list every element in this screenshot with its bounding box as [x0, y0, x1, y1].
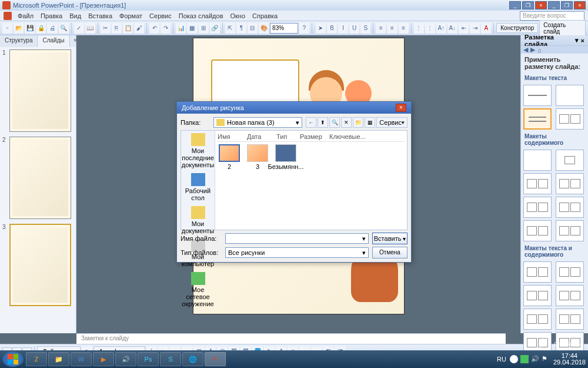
insert-button[interactable]: Вставить ▾ [372, 233, 407, 244]
place-desktop[interactable]: Рабочий стол [181, 173, 215, 201]
nav-back-icon[interactable]: ◀ [523, 46, 528, 54]
task-pane-close-icon[interactable]: × [581, 37, 584, 44]
permission-icon[interactable]: 🔒 [36, 23, 46, 34]
layout-item[interactable] [523, 285, 552, 306]
task-pane-dropdown-icon[interactable]: ▾ [575, 37, 579, 44]
taskbar-browser[interactable]: 🌐 [182, 352, 203, 366]
search-web-icon[interactable]: 🔍 [329, 117, 340, 128]
increase-font-icon[interactable]: A↑ [436, 23, 446, 34]
layout-item[interactable] [556, 285, 584, 306]
numbering-icon[interactable]: ⋮ [414, 23, 424, 34]
arrow-icon[interactable]: ➤ [316, 23, 326, 34]
menu-help[interactable]: Справка [249, 11, 281, 21]
taskbar-skype[interactable]: S [160, 352, 181, 366]
new-folder-icon[interactable]: 📁 [353, 117, 363, 128]
decrease-font-icon[interactable]: A↓ [447, 23, 457, 34]
menu-edit[interactable]: Правка [37, 11, 66, 21]
filetype-combo[interactable]: Все рисунки▾ [225, 247, 369, 258]
format-painter-icon[interactable]: 🖌 [134, 23, 144, 34]
open-icon[interactable]: 📂 [14, 23, 24, 34]
layout-item[interactable] [556, 85, 584, 106]
place-network[interactable]: Мое сетевое окружение [181, 272, 215, 307]
research-icon[interactable]: 📖 [85, 23, 95, 34]
show-formatting-icon[interactable]: ¶ [236, 23, 246, 34]
doc-minimize-button[interactable]: _ [548, 1, 560, 9]
col-type[interactable]: Тип [276, 133, 300, 140]
col-date[interactable]: Дата [247, 133, 276, 140]
align-center-icon[interactable]: ≡ [387, 23, 397, 34]
tray-icon[interactable] [510, 355, 518, 363]
taskbar-word[interactable]: W [71, 352, 92, 366]
thumbnails-list[interactable]: 1 2 3 [0, 47, 76, 333]
lang-indicator[interactable]: RU [497, 356, 506, 363]
menu-tools[interactable]: Сервис [146, 11, 175, 21]
help-question-input[interactable]: Введите вопрос [520, 11, 584, 21]
font-bold-icon[interactable]: B [327, 23, 337, 34]
layout-item[interactable] [556, 150, 584, 171]
tools-menu[interactable]: Сервис ▾ [376, 117, 407, 128]
col-keywords[interactable]: Ключевые... [329, 133, 366, 140]
tray-network-icon[interactable] [520, 355, 529, 363]
doc-close-button[interactable]: × [574, 1, 586, 9]
layout-item[interactable] [556, 220, 584, 241]
shadow-icon[interactable]: S [360, 23, 370, 34]
cancel-button[interactable]: Отмена [372, 247, 407, 258]
expand-icon[interactable]: ⇱ [225, 23, 235, 34]
layout-item[interactable] [523, 220, 552, 241]
paste-icon[interactable]: 📋 [123, 23, 133, 34]
color-icon[interactable]: 🎨 [259, 23, 269, 34]
bullets-icon[interactable]: ⋮ [425, 23, 435, 34]
delete-icon[interactable]: ✕ [341, 117, 352, 128]
place-documents[interactable]: Мои документы [181, 206, 215, 234]
font-italic-icon[interactable]: I [338, 23, 348, 34]
slide-thumbnail[interactable] [9, 49, 71, 132]
taskbar-photoshop[interactable]: Ps [138, 352, 159, 366]
tray-flag-icon[interactable]: ⚑ [542, 355, 550, 363]
filename-input[interactable]: ▾ [225, 233, 369, 244]
back-icon[interactable]: ← [306, 117, 316, 128]
layout-item[interactable] [523, 150, 552, 171]
layout-item[interactable] [556, 173, 584, 194]
menu-window[interactable]: Окно [227, 11, 249, 21]
layout-item[interactable] [523, 261, 552, 283]
menu-file[interactable]: Файл [14, 11, 37, 21]
layout-item[interactable] [556, 197, 584, 218]
notes-pane[interactable]: Заметки к слайду [76, 333, 506, 344]
file-list-area[interactable]: Имя Дата Тип Размер Ключевые... 2 3 Безы… [215, 131, 407, 230]
print-icon[interactable]: 🖨 [47, 23, 57, 34]
file-item[interactable]: 3 [246, 144, 269, 170]
taskbar-app[interactable]: Z [26, 352, 47, 366]
clock-date[interactable]: 29.04.2018 [553, 359, 586, 366]
menu-format[interactable]: Формат [116, 11, 146, 21]
cut-icon[interactable]: ✂ [101, 23, 111, 34]
file-item-selected[interactable]: 2 [218, 144, 241, 170]
nav-home-icon[interactable]: ⌂ [537, 47, 542, 54]
redo-icon[interactable]: ↷ [161, 23, 171, 34]
slide-thumbnail-selected[interactable] [9, 224, 71, 306]
copy-icon[interactable]: ⎘ [112, 23, 122, 34]
col-size[interactable]: Размер [300, 133, 329, 140]
minimize-button[interactable]: _ [509, 1, 521, 9]
layout-item[interactable] [556, 309, 584, 330]
help-icon[interactable]: ? [299, 23, 309, 34]
new-icon[interactable]: ▫ [2, 23, 12, 34]
chart-icon[interactable]: 📊 [176, 23, 186, 34]
menu-slideshow[interactable]: Показ слайдов [175, 11, 227, 21]
taskbar-sound[interactable]: 🔊 [115, 352, 136, 366]
taskbar-media[interactable]: ▶ [93, 352, 114, 366]
tables-borders-icon[interactable]: ⊞ [199, 23, 209, 34]
dialog-title-bar[interactable]: Добавление рисунка × [177, 102, 411, 114]
font-color-icon[interactable]: A [481, 23, 491, 34]
menu-view[interactable]: Вид [66, 11, 85, 21]
undo-icon[interactable]: ↶ [149, 23, 159, 34]
spelling-icon[interactable]: ✓ [74, 23, 84, 34]
font-underline-icon[interactable]: U [349, 23, 359, 34]
layout-item[interactable] [523, 309, 552, 330]
design-button[interactable]: Конструктор [496, 23, 538, 33]
views-icon[interactable]: ▦ [365, 117, 375, 128]
up-icon[interactable]: ⬆ [318, 117, 328, 128]
layout-item-selected[interactable] [523, 108, 552, 130]
decrease-indent-icon[interactable]: ⇤ [459, 23, 469, 34]
taskbar-explorer[interactable]: 📁 [48, 352, 69, 366]
tray-volume-icon[interactable]: 🔊 [531, 355, 539, 363]
